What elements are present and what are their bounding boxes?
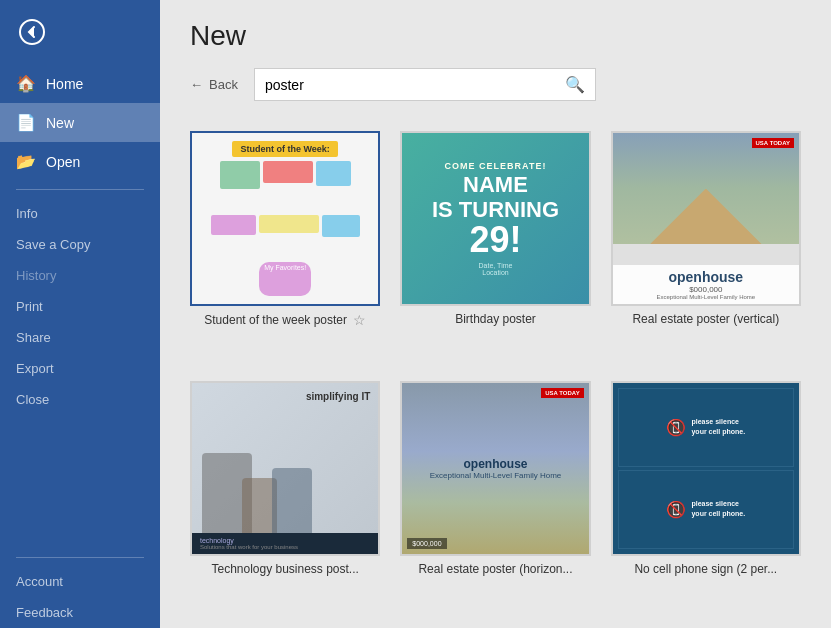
tech-bottom-bar: technology Solutions that work for your … [192,533,378,554]
phone-icon-bottom: 📵 [666,500,686,519]
page-title: New [190,20,801,52]
search-bar: ← Back 🔍 [190,68,801,101]
template-card-tech[interactable]: simplifying IT technology Solutions that… [190,381,380,609]
card4 [211,215,256,235]
sidebar-item-new-label: New [46,115,74,131]
sidebar-divider-1 [16,189,144,190]
card5 [259,215,319,233]
back-button[interactable]: ← Back [190,77,238,92]
sidebar-item-home[interactable]: 🏠 Home [0,64,160,103]
desc-text: Exceptional Multi-Level Family Home [621,294,791,300]
fav-badge: My Favorites! [259,262,311,296]
back-to-app-button[interactable] [12,12,52,52]
house-h-text: Exceptional Multi-Level Family Home [430,471,562,480]
card3 [316,161,351,186]
home-icon: 🏠 [16,74,36,93]
template-name-birthday: Birthday poster [455,312,536,326]
silence-msg-bottom: please silenceyour cell phone. [691,499,745,519]
search-button[interactable]: 🔍 [555,69,595,100]
price-text: $000,000 [621,285,791,294]
template-label-realestate-h: Real estate poster (horizon... [400,562,590,576]
template-thumb-student-week[interactable]: Student of the Week: My Favorites! [190,131,380,306]
back-label: Back [209,77,238,92]
template-card-realestate-h[interactable]: openhouse Exceptional Multi-Level Family… [400,381,590,609]
template-label-birthday: Birthday poster [400,312,590,326]
usa-today-tag: USA TODAY [541,388,583,398]
search-icon: 🔍 [565,76,585,93]
template-thumb-no-cell[interactable]: 📵 please silenceyour cell phone. 📵 pleas… [611,381,801,556]
overlay-text: openhouse $000,000 Exceptional Multi-Lev… [613,265,799,304]
template-preview-realestate-h: openhouse Exceptional Multi-Level Family… [402,383,588,554]
sidebar-divider-2 [16,557,144,558]
card2 [263,161,313,183]
template-preview-no-cell: 📵 please silenceyour cell phone. 📵 pleas… [613,383,799,554]
sidebar-item-print[interactable]: Print [0,291,160,322]
tech-company: technology [200,537,370,544]
template-label-no-cell: No cell phone sign (2 per... [611,562,801,576]
today-badge: USA TODAY [752,138,794,148]
openhouse-h: openhouse [463,457,527,471]
student-banner: Student of the Week: [232,141,337,157]
sidebar-item-export[interactable]: Export [0,353,160,384]
event-details: Date, TimeLocation [479,262,513,276]
back-arrow-icon: ← [190,77,203,92]
template-preview-student: Student of the Week: My Favorites! [192,133,378,304]
template-preview-tech: simplifying IT technology Solutions that… [192,383,378,554]
template-thumb-realestate-v[interactable]: USA TODAY openhouse $000,000 Exceptional… [611,131,801,306]
sidebar-item-save-copy[interactable]: Save a Copy [0,229,160,260]
open-house-text: openhouse [621,269,791,285]
templates-grid: Student of the Week: My Favorites! Stude… [160,121,831,628]
template-thumb-realestate-h[interactable]: openhouse Exceptional Multi-Level Family… [400,381,590,556]
star-icon-student[interactable]: ☆ [353,312,366,328]
sidebar-item-account[interactable]: Account [0,566,160,597]
sidebar-item-feedback[interactable]: Feedback [0,597,160,628]
template-preview-realestate-v: USA TODAY openhouse $000,000 Exceptional… [613,133,799,304]
open-icon: 📂 [16,152,36,171]
template-card-birthday[interactable]: COME CELEBRATE! NAMEIS TURNING 29! Date,… [400,131,590,361]
sidebar-item-history: History [0,260,160,291]
search-input-wrap: 🔍 [254,68,596,101]
sidebar: 🏠 Home 📄 New 📂 Open Info Save a Copy His… [0,0,160,628]
card1 [220,161,260,189]
sidebar-item-close[interactable]: Close [0,384,160,415]
main-header: New ← Back 🔍 [160,0,831,121]
person3 [272,468,312,533]
template-name-tech: Technology business post... [211,562,358,576]
template-name-realestate-h: Real estate poster (horizon... [418,562,572,576]
student-cards-area: My Favorites! [200,161,370,296]
simplifying-it: simplifying IT [306,391,370,402]
template-card-no-cell[interactable]: 📵 please silenceyour cell phone. 📵 pleas… [611,381,801,609]
sidebar-item-home-label: Home [46,76,83,92]
template-name-student: Student of the week poster [204,313,347,327]
come-celebrate: COME CELEBRATE! [445,161,547,171]
house-image [613,133,799,244]
search-input[interactable] [255,71,555,99]
template-label-tech: Technology business post... [190,562,380,576]
template-thumb-tech[interactable]: simplifying IT technology Solutions that… [190,381,380,556]
template-label-student: Student of the week poster ☆ [190,312,380,328]
sidebar-item-share[interactable]: Share [0,322,160,353]
silence-msg-top: please silenceyour cell phone. [691,417,745,437]
age-number: 29! [469,222,521,258]
name-text: NAMEIS TURNING [432,173,559,221]
new-icon: 📄 [16,113,36,132]
phone-icon-top: 📵 [666,418,686,437]
sidebar-item-info[interactable]: Info [0,198,160,229]
sidebar-item-new[interactable]: 📄 New [0,103,160,142]
main-content: New ← Back 🔍 Student of the Week: [160,0,831,628]
template-name-realestate-v: Real estate poster (vertical) [632,312,779,326]
price-h: $000,000 [407,538,446,549]
template-preview-birthday: COME CELEBRATE! NAMEIS TURNING 29! Date,… [402,133,588,304]
no-cell-top: 📵 please silenceyour cell phone. [618,388,794,467]
tech-top-half: simplifying IT [192,383,378,533]
sidebar-item-open[interactable]: 📂 Open [0,142,160,181]
template-card-student-week[interactable]: Student of the Week: My Favorites! Stude… [190,131,380,361]
card6 [322,215,360,237]
template-label-realestate-v: Real estate poster (vertical) [611,312,801,326]
sidebar-item-open-label: Open [46,154,80,170]
tech-desc: Solutions that work for your business [200,544,370,550]
template-thumb-birthday[interactable]: COME CELEBRATE! NAMEIS TURNING 29! Date,… [400,131,590,306]
template-card-realestate-v[interactable]: USA TODAY openhouse $000,000 Exceptional… [611,131,801,361]
sidebar-bottom: Account Feedback [0,549,160,628]
realestate-h-overlay: openhouse Exceptional Multi-Level Family… [402,383,588,554]
